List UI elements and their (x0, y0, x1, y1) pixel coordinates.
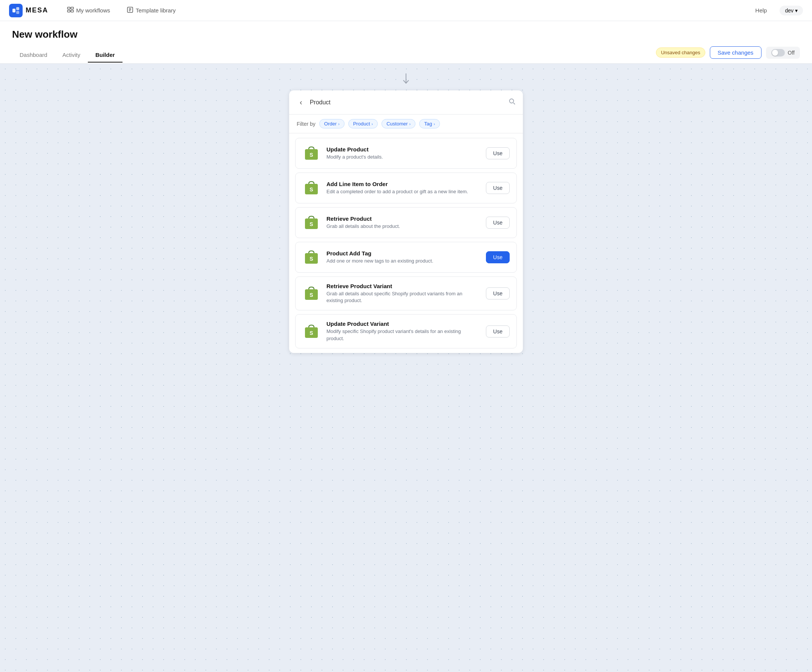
filter-chip-product[interactable]: Product › (348, 119, 378, 128)
svg-text:S: S (309, 221, 313, 227)
item-text: Retrieve Product Variant Grab all detail… (326, 283, 480, 304)
connector-arrow (401, 73, 411, 87)
item-desc: Modify specific Shopify product variant'… (326, 328, 480, 342)
svg-rect-3 (68, 7, 70, 9)
item-text: Update Product Modify a product's detail… (326, 146, 480, 160)
template-library-nav[interactable]: Template library (123, 4, 179, 17)
chevron-down-icon: ▾ (795, 7, 798, 14)
template-icon (127, 7, 133, 15)
list-item: S Update Product Modify a product's deta… (295, 138, 517, 169)
item-title: Add Line Item to Order (326, 181, 480, 187)
shopify-icon-add-line-item: S (302, 179, 321, 197)
help-button[interactable]: Help (752, 5, 771, 16)
filter-chip-customer[interactable]: Customer › (382, 119, 415, 128)
use-button-update-variant[interactable]: Use (486, 325, 510, 337)
mesa-logo-icon (9, 4, 22, 17)
tab-builder[interactable]: Builder (88, 48, 123, 63)
shopify-icon-retrieve-variant: S (302, 284, 321, 303)
filter-row: Filter by Order › Product › Customer › T… (289, 114, 523, 133)
chip-arrow-product: › (372, 122, 373, 126)
tabs-row: Dashboard Activity Builder Unsaved chang… (12, 46, 800, 63)
filter-label: Filter by (297, 121, 316, 127)
item-desc: Modify a product's details. (326, 154, 480, 160)
tab-actions: Unsaved changes Save changes Off (656, 46, 800, 63)
workflow-toggle[interactable]: Off (766, 47, 800, 59)
item-desc: Edit a completed order to add a product … (326, 188, 480, 195)
shopify-icon-retrieve-product: S (302, 214, 321, 231)
svg-text:S: S (309, 256, 313, 262)
item-text: Retrieve Product Grab all details about … (326, 216, 480, 230)
item-title: Retrieve Product (326, 216, 480, 222)
logo-text: MESA (26, 7, 48, 14)
workflows-icon (67, 7, 74, 14)
panel-search-header: ‹ (289, 90, 523, 114)
chip-arrow-customer: › (409, 122, 411, 126)
template-library-label: Template library (136, 7, 176, 14)
toggle-knob (772, 50, 778, 56)
save-changes-button[interactable]: Save changes (710, 46, 761, 59)
chip-arrow-tag: › (433, 122, 435, 126)
chip-arrow-order: › (338, 122, 339, 126)
item-desc: Grab all details about specific Shopify … (326, 291, 480, 304)
use-button-retrieve-variant[interactable]: Use (486, 288, 510, 299)
page-title: New workflow (12, 29, 800, 40)
tab-dashboard[interactable]: Dashboard (12, 48, 55, 63)
svg-rect-6 (71, 10, 73, 12)
list-item: S Retrieve Product Variant Grab all deta… (295, 276, 517, 310)
items-list: S Update Product Modify a product's deta… (289, 133, 523, 353)
dev-label: dev (785, 7, 793, 14)
svg-text:S: S (309, 292, 313, 298)
logo-area[interactable]: MESA (9, 4, 48, 17)
item-title: Product Add Tag (326, 250, 480, 257)
shopify-icon-update-variant: S (302, 322, 321, 340)
list-item: S Add Line Item to Order Edit a complete… (295, 172, 517, 203)
use-button-retrieve-product[interactable]: Use (486, 216, 510, 229)
search-input[interactable] (310, 99, 505, 106)
list-item: S Retrieve Product Grab all details abou… (295, 207, 517, 238)
tab-activity[interactable]: Activity (55, 48, 88, 63)
back-icon: ‹ (300, 98, 302, 106)
shopify-icon-update-product: S (302, 144, 321, 162)
my-workflows-label: My workflows (76, 7, 110, 14)
svg-rect-2 (16, 11, 19, 14)
svg-rect-1 (16, 7, 19, 10)
toggle-label: Off (788, 50, 795, 56)
item-text: Add Line Item to Order Edit a completed … (326, 181, 480, 195)
my-workflows-nav[interactable]: My workflows (63, 5, 114, 17)
dev-dropdown[interactable]: dev ▾ (780, 6, 803, 15)
search-box (310, 98, 515, 107)
back-button[interactable]: ‹ (297, 97, 305, 108)
main-content: ‹ Filter by Order › Product › (0, 64, 812, 672)
item-text: Product Add Tag Add one or more new tags… (326, 250, 480, 264)
filter-chip-order[interactable]: Order › (319, 119, 345, 128)
svg-rect-0 (12, 9, 15, 12)
unsaved-changes-badge: Unsaved changes (656, 48, 705, 58)
item-title: Update Product (326, 146, 480, 153)
list-item: S Product Add Tag Add one or more new ta… (295, 242, 517, 273)
item-title: Retrieve Product Variant (326, 283, 480, 289)
use-button-add-line-item[interactable]: Use (486, 182, 510, 194)
list-item: S Update Product Variant Modify specific… (295, 314, 517, 348)
item-text: Update Product Variant Modify specific S… (326, 321, 480, 342)
item-desc: Grab all details about the product. (326, 223, 480, 230)
shopify-icon-product-add-tag: S (302, 248, 321, 266)
item-title: Update Product Variant (326, 321, 480, 327)
use-button-product-add-tag[interactable]: Use (486, 251, 510, 263)
filter-chip-tag[interactable]: Tag › (419, 119, 440, 128)
svg-text:S: S (309, 152, 313, 158)
svg-rect-4 (71, 7, 73, 9)
use-button-update-product[interactable]: Use (486, 147, 510, 159)
svg-point-8 (510, 99, 514, 103)
item-desc: Add one or more new tags to an existing … (326, 258, 480, 264)
svg-rect-5 (68, 10, 70, 12)
toggle-switch[interactable] (771, 49, 785, 56)
search-panel: ‹ Filter by Order › Product › (289, 90, 523, 353)
svg-text:S: S (309, 330, 313, 336)
svg-text:S: S (309, 187, 313, 192)
top-navigation: MESA My workflows Template library Help … (0, 0, 812, 21)
search-icon (508, 98, 515, 107)
page-header: New workflow Dashboard Activity Builder … (0, 21, 812, 64)
